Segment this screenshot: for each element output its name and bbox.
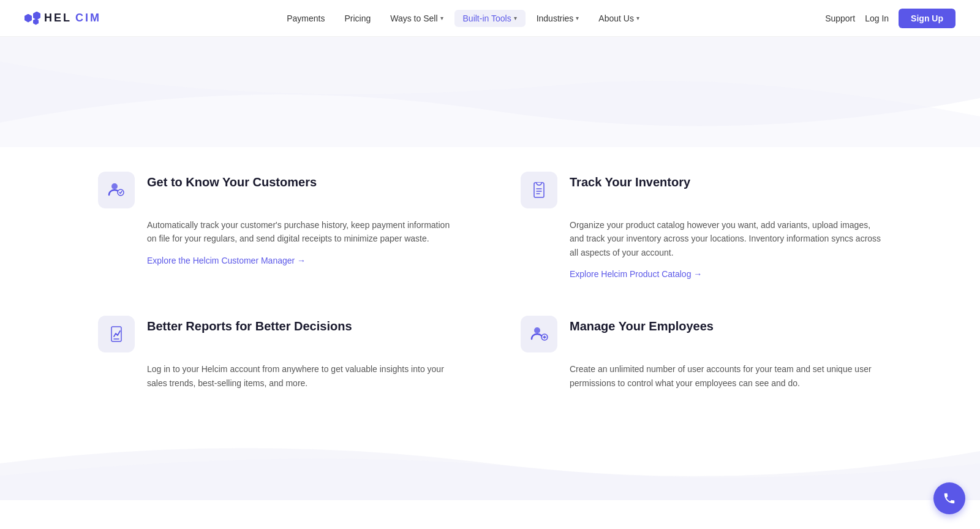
bottom-wave (0, 427, 980, 500)
feature-customers-link[interactable]: Explore the Helcim Customer Manager → (98, 256, 459, 265)
feature-employees: Manage Your Employees Create an unlimite… (521, 316, 882, 390)
inventory-icon-wrap (521, 172, 557, 208)
logo-text-cim: CIM (75, 12, 101, 25)
signup-button[interactable]: Sign Up (899, 9, 956, 28)
phone-icon (943, 492, 956, 500)
feature-reports-desc: Log in to your Helcim account from anywh… (98, 362, 459, 390)
feature-inventory: Track Your Inventory Organize your produ… (521, 172, 882, 279)
hero-wave (0, 37, 980, 147)
main-content: Get to Know Your Customers Automatically… (0, 147, 980, 427)
logo-hex-bottom (33, 19, 39, 25)
feature-employees-header: Manage Your Employees (521, 316, 882, 352)
login-button[interactable]: Log In (865, 13, 889, 23)
ways-to-sell-chevron: ▾ (440, 15, 443, 21)
logo-hex-left (24, 14, 32, 23)
feature-employees-desc: Create an unlimited number of user accou… (521, 362, 882, 390)
customer-icon-wrap (98, 172, 135, 208)
nav-about-us[interactable]: About Us ▾ (590, 10, 648, 27)
industries-chevron: ▾ (576, 15, 579, 21)
employees-icon (529, 324, 549, 344)
support-button[interactable]: Support (825, 13, 855, 23)
nav-payments[interactable]: Payments (278, 10, 333, 27)
inventory-icon (529, 180, 549, 200)
feature-reports-title: Better Reports for Better Decisions (147, 316, 352, 334)
svg-point-10 (544, 337, 546, 338)
feature-customers: Get to Know Your Customers Automatically… (98, 172, 459, 279)
logo-hex-top (33, 12, 40, 20)
reports-icon-wrap (98, 316, 135, 352)
feature-inventory-link[interactable]: Explore Helcim Product Catalog → (521, 269, 882, 279)
feature-customers-header: Get to Know Your Customers (98, 172, 459, 208)
nav-actions: Support Log In Sign Up (825, 9, 956, 28)
logo-icon (24, 12, 40, 25)
navbar: HEL CIM Payments Pricing Ways to Sell ▾ … (0, 0, 980, 37)
built-in-tools-chevron: ▾ (514, 15, 517, 21)
about-us-chevron: ▾ (636, 15, 639, 21)
customer-icon (107, 180, 126, 200)
reports-icon (107, 324, 126, 344)
logo[interactable]: HEL CIM (24, 12, 101, 25)
nav-pricing[interactable]: Pricing (336, 10, 379, 27)
feature-customers-title: Get to Know Your Customers (147, 172, 317, 190)
feature-employees-title: Manage Your Employees (570, 316, 714, 334)
logo-text-hel: HEL (44, 12, 72, 25)
nav-menu: Payments Pricing Ways to Sell ▾ Built-in… (101, 10, 825, 27)
feature-inventory-title: Track Your Inventory (570, 172, 690, 190)
features-grid: Get to Know Your Customers Automatically… (98, 172, 882, 390)
nav-ways-to-sell[interactable]: Ways to Sell ▾ (382, 10, 451, 27)
svg-point-8 (534, 327, 540, 333)
feature-reports: Better Reports for Better Decisions Log … (98, 316, 459, 390)
feature-inventory-desc: Organize your product catalog however yo… (521, 218, 882, 259)
feature-inventory-header: Track Your Inventory (521, 172, 882, 208)
svg-point-0 (111, 183, 118, 189)
nav-built-in-tools[interactable]: Built-in Tools ▾ (454, 10, 526, 27)
feature-reports-header: Better Reports for Better Decisions (98, 316, 459, 352)
nav-industries[interactable]: Industries ▾ (528, 10, 588, 27)
feature-customers-desc: Automatically track your customer's purc… (98, 218, 459, 246)
employees-icon-wrap (521, 316, 557, 352)
